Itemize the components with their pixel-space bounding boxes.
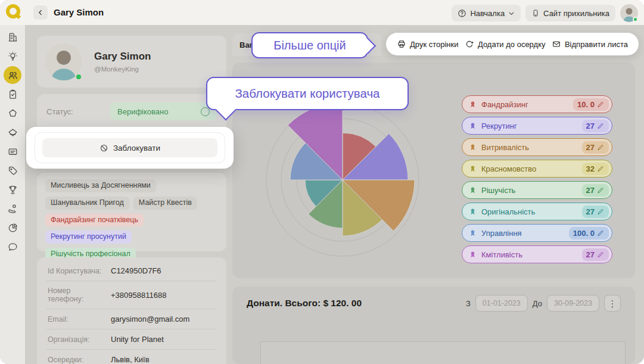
sidebar-item-users[interactable] bbox=[4, 66, 21, 84]
block-user-button[interactable]: Заблокувати bbox=[42, 138, 217, 157]
sidebar-item-chats[interactable] bbox=[2, 238, 23, 256]
users-icon bbox=[7, 70, 18, 81]
skill-value: 27 bbox=[586, 122, 595, 130]
donations-menu-button[interactable]: ⋮ bbox=[604, 295, 621, 312]
tooltip-block-user: Заблокувати користувача bbox=[206, 77, 409, 110]
app-logo-icon[interactable] bbox=[4, 3, 23, 22]
skill-name: Рекрутинг bbox=[481, 122, 517, 130]
donations-title-label: Донати. Всього: bbox=[247, 298, 321, 308]
posts-icon bbox=[7, 146, 18, 157]
sidebar-item-organization[interactable] bbox=[2, 28, 23, 46]
profile-avatar bbox=[45, 43, 82, 80]
block-card: Заблокувати bbox=[35, 132, 225, 163]
edit-icon[interactable] bbox=[597, 229, 605, 237]
skill-value-pill: 27 bbox=[582, 141, 609, 154]
tag-pill[interactable]: Рекрутинг просунутий bbox=[45, 231, 132, 244]
donations-amount: $ 120. 00 bbox=[323, 298, 362, 308]
skill-badge[interactable]: Рекрутинг 27 bbox=[462, 117, 612, 135]
sidebar-item-awards[interactable] bbox=[2, 123, 23, 141]
skill-name: Рішучість bbox=[481, 186, 515, 195]
sidebar-item-tags[interactable] bbox=[2, 161, 23, 179]
medal-icon bbox=[468, 250, 477, 259]
donations-table-area bbox=[260, 341, 626, 364]
skill-badge[interactable]: Оригінальність 27 bbox=[462, 203, 612, 220]
add-to-cell-button[interactable]: Додати до осердку bbox=[465, 39, 546, 49]
edit-icon[interactable] bbox=[597, 186, 605, 194]
phone-icon bbox=[531, 9, 540, 17]
detail-row: Осередки: Львів, Київ bbox=[46, 350, 217, 364]
date-to-input[interactable] bbox=[547, 295, 599, 312]
skill-badge[interactable]: Кмітливість 27 bbox=[462, 245, 612, 263]
detail-value: garysimon@gmail.com bbox=[111, 315, 189, 323]
edit-icon[interactable] bbox=[597, 208, 605, 216]
sidebar-item-achievements[interactable] bbox=[2, 181, 23, 198]
date-from-input[interactable] bbox=[475, 295, 528, 312]
skill-value: 27 bbox=[586, 186, 595, 195]
edit-icon[interactable] bbox=[597, 251, 605, 259]
tag-pill[interactable]: Майстр Квестів bbox=[133, 197, 197, 210]
back-button[interactable] bbox=[33, 5, 48, 20]
medal-icon bbox=[468, 100, 477, 109]
skill-badge[interactable]: Фандрайзинг 10. 0 bbox=[462, 95, 612, 113]
edit-icon[interactable] bbox=[597, 101, 605, 108]
ideas-icon bbox=[7, 51, 18, 62]
user-avatar[interactable] bbox=[620, 4, 638, 22]
edit-icon[interactable] bbox=[597, 165, 605, 173]
sidebar-item-posts[interactable] bbox=[2, 142, 23, 160]
skill-value-pill: 27 bbox=[582, 120, 609, 132]
skill-value-pill: 10. 0 bbox=[573, 98, 609, 111]
sidebar-item-tasks[interactable] bbox=[2, 85, 23, 103]
skill-name: Фандрайзинг bbox=[481, 100, 528, 109]
edit-icon[interactable] bbox=[597, 144, 605, 151]
profile-name: Gary Simon bbox=[94, 51, 151, 63]
medal-icon bbox=[468, 229, 477, 238]
skill-value: 32 bbox=[586, 164, 595, 173]
skill-badge[interactable]: Управління 100. 0 bbox=[462, 224, 612, 242]
tags-icon bbox=[7, 165, 18, 176]
skill-value-pill: 27 bbox=[582, 206, 609, 218]
medal-icon bbox=[468, 186, 477, 195]
organization-icon bbox=[7, 32, 18, 43]
print-page-button[interactable]: Друк сторінки bbox=[397, 39, 458, 49]
medal-icon bbox=[468, 164, 477, 173]
skill-value-pill: 32 bbox=[582, 163, 609, 175]
chats-icon bbox=[7, 241, 18, 253]
training-menu-button[interactable]: Навчалка bbox=[452, 5, 521, 21]
question-icon bbox=[458, 9, 466, 18]
page-title: Gary Simon bbox=[54, 7, 104, 17]
medal-icon bbox=[468, 207, 477, 216]
tag-pill[interactable]: Шанувальник Пригод bbox=[45, 197, 129, 210]
sidebar-item-badges[interactable] bbox=[2, 104, 23, 122]
detail-label: Номер телефону: bbox=[48, 287, 105, 303]
skill-value-pill: 27 bbox=[582, 248, 609, 261]
edit-icon[interactable] bbox=[597, 122, 605, 130]
tag-pill[interactable]: Фандрайзинг початківець bbox=[45, 214, 144, 227]
profile-card: Gary Simon @MonkeyKing bbox=[37, 36, 226, 88]
block-button-label: Заблокувати bbox=[113, 144, 160, 153]
chevron-left-icon bbox=[37, 9, 44, 16]
tags-card: Мисливець за ДосягненнямиШанувальник При… bbox=[37, 173, 226, 251]
tag-pill[interactable]: Мисливець за Досягненнями bbox=[45, 179, 156, 192]
skill-badge[interactable]: Рішучість 27 bbox=[462, 181, 612, 199]
app-window: Gary Simon Навчалка Сайт прихильника bbox=[0, 0, 644, 364]
fan-site-button[interactable]: Сайт прихильника bbox=[525, 5, 615, 21]
awards-icon bbox=[7, 127, 18, 138]
skill-value: 100. 0 bbox=[573, 229, 595, 238]
block-icon bbox=[99, 144, 108, 153]
sidebar-item-analytics[interactable] bbox=[2, 219, 23, 237]
fan-site-label: Сайт прихильника bbox=[543, 9, 609, 18]
send-letter-button[interactable]: Відправити листа bbox=[552, 39, 628, 49]
chevron-down-icon bbox=[508, 10, 515, 17]
skill-badge[interactable]: Красномовство 32 bbox=[462, 160, 612, 178]
action-label: Відправити листа bbox=[565, 40, 628, 49]
sidebar-item-donations[interactable] bbox=[2, 200, 23, 217]
detail-row: Id Користувача: C124950D7F6 bbox=[46, 261, 217, 281]
user-details-card: Id Користувача: C124950D7F6 Номер телефо… bbox=[37, 257, 226, 364]
sidebar-nav bbox=[0, 25, 25, 364]
skill-name: Управління bbox=[481, 229, 522, 238]
tooltip-text: Більше опцій bbox=[273, 39, 346, 52]
skills-polar-chart bbox=[262, 99, 423, 260]
skill-badge[interactable]: Витривалість 27 bbox=[462, 138, 612, 156]
sidebar-item-ideas[interactable] bbox=[2, 47, 23, 65]
skill-value: 10. 0 bbox=[577, 100, 595, 109]
